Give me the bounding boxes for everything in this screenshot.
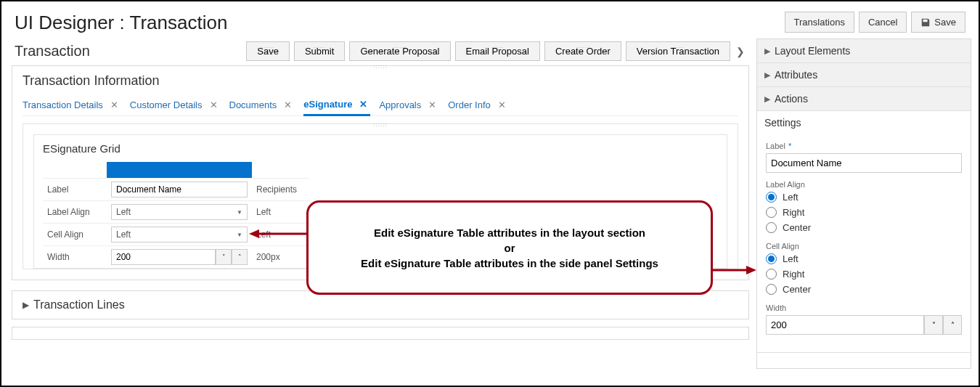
grid-labelalign-select[interactable]: Left ▼ bbox=[111, 204, 248, 220]
field-cell-align: Cell Align Left Right bbox=[766, 242, 962, 295]
tab-esignature[interactable]: eSignature ✕ bbox=[303, 96, 370, 116]
caret-right-icon: ▶ bbox=[764, 94, 770, 104]
settings-width-input[interactable] bbox=[766, 315, 924, 335]
tab-label: eSignature bbox=[303, 99, 352, 110]
grid-label-input[interactable] bbox=[111, 182, 248, 197]
save-button[interactable]: Save bbox=[911, 12, 965, 33]
radio-input[interactable] bbox=[766, 192, 777, 203]
radio-cellalign-center[interactable]: Center bbox=[766, 284, 962, 295]
radio-label: Right bbox=[783, 207, 804, 218]
chevron-right-icon[interactable]: ❯ bbox=[735, 46, 746, 57]
grid-col2-width: 200px bbox=[252, 245, 310, 268]
grid-row-label: Width bbox=[43, 245, 107, 268]
acc-title: Layout Elements bbox=[775, 45, 850, 57]
annotation-arrow-right-icon bbox=[711, 263, 756, 277]
tab-close-icon[interactable]: ✕ bbox=[107, 99, 121, 110]
grid-row-label: Cell Align bbox=[43, 223, 107, 245]
grid-width-input[interactable] bbox=[111, 249, 216, 265]
grid-col2-header: Recipients bbox=[252, 178, 310, 200]
top-buttons: Translations Cancel Save bbox=[785, 12, 965, 33]
required-star-icon: * bbox=[788, 142, 791, 150]
action-generate-proposal-button[interactable]: Generate Proposal bbox=[349, 41, 450, 61]
cancel-button[interactable]: Cancel bbox=[859, 12, 907, 33]
action-save-button[interactable]: Save bbox=[246, 41, 290, 61]
tab-documents[interactable]: Documents ✕ bbox=[229, 97, 295, 115]
caret-right-icon: ▶ bbox=[764, 46, 770, 56]
radio-input[interactable] bbox=[766, 207, 777, 218]
tab-label: Transaction Details bbox=[23, 99, 103, 110]
radio-cellalign-right[interactable]: Right bbox=[766, 269, 962, 280]
grid-header-selected[interactable] bbox=[107, 162, 252, 178]
grid-cellalign-select[interactable]: Left ▼ bbox=[111, 227, 248, 243]
radio-input[interactable] bbox=[766, 284, 777, 295]
collapsible-title: Transaction Lines bbox=[33, 298, 125, 311]
tab-label: Documents bbox=[229, 99, 277, 110]
tab-customer-details[interactable]: Customer Details ✕ bbox=[130, 97, 221, 115]
grid-label-input-cell bbox=[107, 178, 252, 200]
spinner-up-button[interactable]: ˄ bbox=[943, 315, 962, 335]
tabs-row: Transaction Details ✕ Customer Details ✕… bbox=[23, 96, 738, 116]
annotation-callout: Edit eSignature Table attributes in the … bbox=[306, 200, 713, 295]
action-version-transaction-button[interactable]: Version Transaction bbox=[626, 41, 730, 61]
drag-handle-icon[interactable]: :::::: bbox=[373, 121, 387, 128]
tab-order-info[interactable]: Order Info ✕ bbox=[448, 97, 509, 115]
grid-col2-labelalign: Left bbox=[252, 200, 310, 223]
action-create-order-button[interactable]: Create Order bbox=[544, 41, 621, 61]
tab-close-icon[interactable]: ✕ bbox=[425, 99, 439, 110]
spinner-up-button[interactable]: ˄ bbox=[232, 249, 248, 265]
action-email-proposal-button[interactable]: Email Proposal bbox=[455, 41, 540, 61]
select-value: Left bbox=[116, 207, 131, 217]
settings-label-input[interactable] bbox=[766, 153, 962, 173]
acc-title: Attributes bbox=[775, 69, 817, 81]
annotation-arrow-left-icon bbox=[249, 227, 307, 241]
action-submit-button[interactable]: Submit bbox=[294, 41, 345, 61]
translations-button[interactable]: Translations bbox=[785, 12, 854, 33]
radio-input[interactable] bbox=[766, 222, 777, 233]
field-caption: Label bbox=[766, 142, 785, 150]
side-panel: ▶ Layout Elements ▶ Attributes ▶ Actions… bbox=[756, 38, 971, 369]
select-value: Left bbox=[116, 229, 131, 240]
acc-title: Actions bbox=[775, 93, 808, 105]
radio-input[interactable] bbox=[766, 269, 777, 280]
radio-labelalign-left[interactable]: Left bbox=[766, 192, 962, 203]
acc-layout-elements[interactable]: ▶ Layout Elements bbox=[757, 39, 971, 62]
radio-labelalign-center[interactable]: Center bbox=[766, 222, 962, 233]
tab-close-icon[interactable]: ✕ bbox=[495, 99, 509, 110]
grid-width-cell: ˅ ˄ bbox=[107, 245, 252, 268]
radio-labelalign-right[interactable]: Right bbox=[766, 207, 962, 218]
tab-transaction-details[interactable]: Transaction Details ✕ bbox=[23, 97, 121, 115]
acc-settings[interactable]: Settings bbox=[757, 111, 971, 134]
drag-handle-icon[interactable]: :::::: bbox=[373, 63, 387, 70]
grid-labelalign-cell: Left ▼ bbox=[107, 200, 252, 223]
tab-close-icon[interactable]: ✕ bbox=[281, 99, 295, 110]
grid-title: ESignature Grid bbox=[43, 142, 727, 155]
grid-header-recipients[interactable] bbox=[252, 162, 310, 178]
page-title: UI Designer : Transaction bbox=[15, 12, 227, 34]
acc-actions[interactable]: ▶ Actions bbox=[757, 87, 971, 110]
grid-cellalign-cell: Left ▼ bbox=[107, 223, 252, 245]
panel-title: Transaction Information bbox=[23, 73, 738, 89]
tab-close-icon[interactable]: ✕ bbox=[356, 99, 370, 110]
chevron-down-icon: ▼ bbox=[237, 232, 242, 238]
spinner-down-button[interactable]: ˅ bbox=[924, 315, 943, 335]
acc-attributes[interactable]: ▶ Attributes bbox=[757, 63, 971, 86]
tab-label: Order Info bbox=[448, 99, 491, 110]
radio-cellalign-left[interactable]: Left bbox=[766, 253, 962, 264]
grid-row-label: Label Align bbox=[43, 200, 107, 223]
field-caption: Width bbox=[766, 304, 786, 312]
save-icon bbox=[920, 17, 931, 28]
grid-row-label: Label bbox=[43, 178, 107, 200]
grid-header-blank bbox=[43, 162, 107, 178]
tab-close-icon[interactable]: ✕ bbox=[207, 99, 221, 110]
callout-line1: Edit eSignature Table attributes in the … bbox=[374, 227, 645, 239]
spinner-down-button[interactable]: ˅ bbox=[216, 249, 232, 265]
radio-input[interactable] bbox=[766, 253, 777, 264]
field-width: Width ˅ ˄ bbox=[766, 304, 962, 335]
radio-label: Center bbox=[783, 222, 811, 233]
callout-line2: or bbox=[505, 242, 515, 254]
field-label-align: Label Align Left Right bbox=[766, 180, 962, 233]
tab-approvals[interactable]: Approvals ✕ bbox=[379, 97, 439, 115]
sub-title: Transaction bbox=[15, 43, 90, 60]
transaction-lines-panel[interactable]: ▶ Transaction Lines :::::: bbox=[12, 290, 749, 319]
radio-label: Center bbox=[783, 284, 811, 295]
